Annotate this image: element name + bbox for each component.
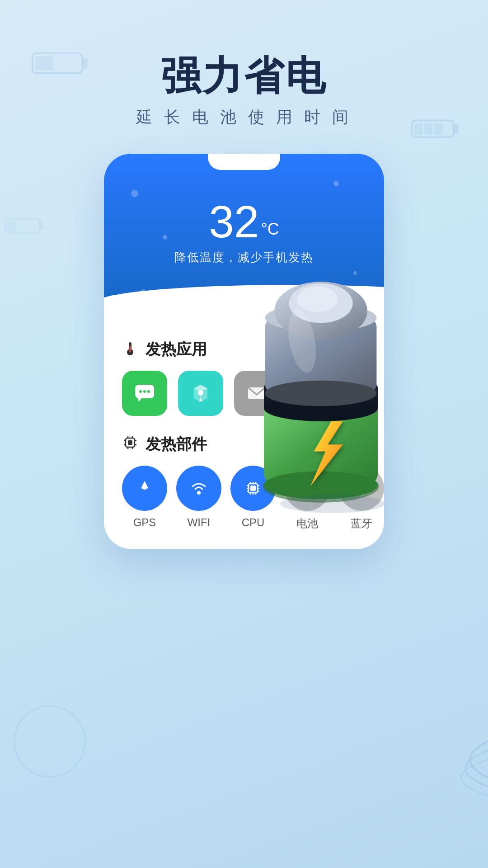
component-gps[interactable]: GPS: [122, 466, 167, 531]
app-icon-messages[interactable]: [122, 371, 167, 416]
bg-wave-lines: [361, 696, 488, 823]
wifi-label: WIFI: [188, 516, 211, 529]
gps-label: GPS: [133, 516, 156, 529]
svg-point-49: [143, 486, 146, 489]
hero-subtitle: 延 长 电 池 使 用 时 间: [0, 106, 488, 128]
hot-apps-icon: [122, 340, 138, 360]
bg-battery-mid: [5, 217, 45, 235]
hero-title: 强力省电: [0, 54, 488, 98]
svg-point-35: [198, 390, 203, 396]
svg-point-20: [265, 381, 377, 406]
svg-rect-10: [7, 221, 16, 231]
phone-notch: [208, 154, 280, 170]
svg-rect-29: [130, 346, 131, 352]
svg-point-32: [139, 390, 142, 393]
svg-marker-31: [138, 398, 141, 402]
svg-point-33: [143, 390, 146, 393]
hot-apps-title: 发热应用: [145, 339, 207, 360]
battery-label: 电池: [296, 516, 318, 531]
hero-section: 强力省电 延 长 电 池 使 用 时 间: [0, 0, 488, 128]
svg-point-50: [197, 491, 201, 495]
phone-mockup-container: 32°C 降低温度，减少手机发热 发热应用: [104, 154, 384, 549]
wifi-circle: [176, 466, 221, 511]
temperature-description: 降低温度，减少手机发热: [104, 250, 384, 265]
bg-circle: [14, 705, 86, 778]
gps-circle: [122, 466, 167, 511]
app-icon-maps[interactable]: [178, 371, 223, 416]
temperature-display: 32°C 降低温度，减少手机发热: [104, 172, 384, 265]
svg-rect-9: [40, 222, 44, 231]
battery-3d-image: [239, 271, 402, 497]
hot-components-title: 发热部件: [145, 434, 207, 455]
svg-point-23: [297, 286, 338, 312]
component-wifi[interactable]: WIFI: [176, 466, 221, 531]
svg-point-34: [147, 390, 150, 393]
temperature-value: 32: [209, 199, 259, 244]
svg-rect-40: [128, 440, 132, 445]
temperature-unit: °C: [261, 220, 279, 238]
bubble-5: [140, 289, 146, 296]
bluetooth-label: 蓝牙: [351, 516, 372, 531]
cpu-label: CPU: [242, 516, 265, 529]
svg-point-26: [280, 495, 385, 513]
hot-components-icon: [122, 434, 138, 455]
